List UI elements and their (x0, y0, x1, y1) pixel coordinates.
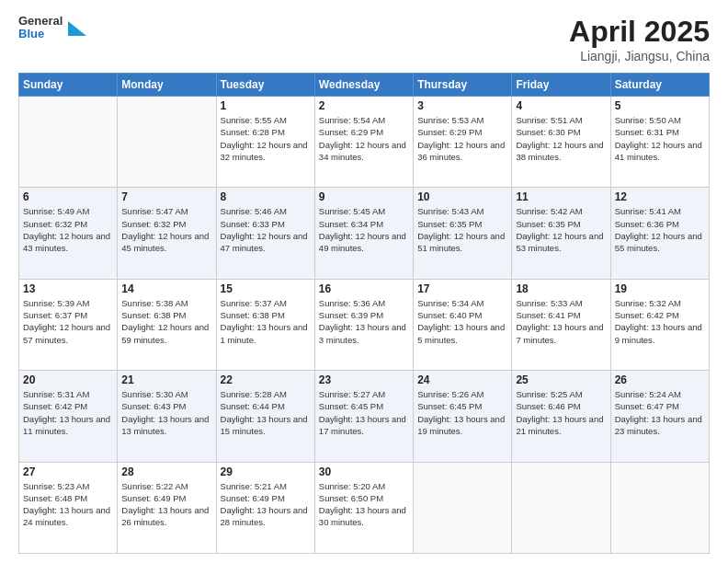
calendar-cell (414, 462, 512, 553)
day-number: 19 (615, 282, 705, 295)
calendar-cell: 23Sunrise: 5:27 AMSunset: 6:45 PMDayligh… (314, 371, 413, 462)
calendar-week-row: 13Sunrise: 5:39 AMSunset: 6:37 PMDayligh… (19, 279, 710, 370)
day-number: 5 (615, 99, 705, 112)
day-number: 29 (221, 465, 311, 478)
day-info: Sunrise: 5:26 AMSunset: 6:45 PMDaylight:… (417, 388, 507, 437)
calendar-week-row: 20Sunrise: 5:31 AMSunset: 6:42 PMDayligh… (19, 371, 710, 462)
day-info: Sunrise: 5:20 AMSunset: 6:50 PMDaylight:… (319, 480, 409, 529)
logo-text: General Blue (18, 15, 63, 41)
calendar-cell: 10Sunrise: 5:43 AMSunset: 6:35 PMDayligh… (414, 188, 512, 279)
calendar-cell: 11Sunrise: 5:42 AMSunset: 6:35 PMDayligh… (512, 188, 610, 279)
column-header-tuesday: Tuesday (216, 74, 314, 97)
calendar-cell (19, 97, 118, 188)
calendar-cell: 21Sunrise: 5:30 AMSunset: 6:43 PMDayligh… (118, 371, 216, 462)
calendar-header-row: SundayMondayTuesdayWednesdayThursdayFrid… (19, 74, 710, 97)
title-block: April 2025 Liangji, Jiangsu, China (569, 15, 710, 63)
day-number: 11 (516, 190, 606, 203)
day-number: 2 (319, 99, 409, 112)
day-number: 23 (319, 373, 409, 386)
calendar-cell: 15Sunrise: 5:37 AMSunset: 6:38 PMDayligh… (216, 279, 314, 370)
calendar-cell: 14Sunrise: 5:38 AMSunset: 6:38 PMDayligh… (118, 279, 216, 370)
day-number: 22 (221, 373, 311, 386)
day-number: 8 (221, 190, 311, 203)
day-info: Sunrise: 5:47 AMSunset: 6:32 PMDaylight:… (121, 205, 211, 254)
day-info: Sunrise: 5:46 AMSunset: 6:33 PMDaylight:… (221, 205, 311, 254)
day-info: Sunrise: 5:39 AMSunset: 6:37 PMDaylight:… (23, 297, 113, 346)
column-header-thursday: Thursday (414, 74, 512, 97)
calendar-cell: 5Sunrise: 5:50 AMSunset: 6:31 PMDaylight… (610, 97, 709, 188)
day-number: 30 (319, 465, 409, 478)
day-info: Sunrise: 5:34 AMSunset: 6:40 PMDaylight:… (417, 297, 507, 346)
day-number: 3 (417, 99, 507, 112)
day-info: Sunrise: 5:36 AMSunset: 6:39 PMDaylight:… (319, 297, 409, 346)
day-info: Sunrise: 5:28 AMSunset: 6:44 PMDaylight:… (221, 388, 311, 437)
calendar-cell: 6Sunrise: 5:49 AMSunset: 6:32 PMDaylight… (19, 188, 118, 279)
calendar-cell: 19Sunrise: 5:32 AMSunset: 6:42 PMDayligh… (610, 279, 709, 370)
calendar-cell: 3Sunrise: 5:53 AMSunset: 6:29 PMDaylight… (414, 97, 512, 188)
day-info: Sunrise: 5:37 AMSunset: 6:38 PMDaylight:… (221, 297, 311, 346)
day-number: 28 (121, 465, 211, 478)
calendar-cell: 4Sunrise: 5:51 AMSunset: 6:30 PMDaylight… (512, 97, 610, 188)
calendar-cell: 16Sunrise: 5:36 AMSunset: 6:39 PMDayligh… (314, 279, 413, 370)
logo-general: General (18, 15, 63, 28)
calendar-cell: 25Sunrise: 5:25 AMSunset: 6:46 PMDayligh… (512, 371, 610, 462)
day-info: Sunrise: 5:25 AMSunset: 6:46 PMDaylight:… (516, 388, 606, 437)
day-number: 27 (23, 465, 113, 478)
day-number: 12 (615, 190, 705, 203)
day-number: 13 (23, 282, 113, 295)
day-number: 6 (23, 190, 113, 203)
day-info: Sunrise: 5:53 AMSunset: 6:29 PMDaylight:… (417, 114, 507, 163)
calendar-cell: 27Sunrise: 5:23 AMSunset: 6:48 PMDayligh… (19, 462, 118, 553)
day-number: 4 (516, 99, 606, 112)
page: General Blue April 2025 Liangji, Jiangsu… (0, 0, 728, 563)
calendar-cell: 8Sunrise: 5:46 AMSunset: 6:33 PMDaylight… (216, 188, 314, 279)
day-info: Sunrise: 5:24 AMSunset: 6:47 PMDaylight:… (615, 388, 705, 437)
day-info: Sunrise: 5:51 AMSunset: 6:30 PMDaylight:… (516, 114, 606, 163)
day-info: Sunrise: 5:30 AMSunset: 6:43 PMDaylight:… (121, 388, 211, 437)
day-info: Sunrise: 5:55 AMSunset: 6:28 PMDaylight:… (221, 114, 311, 163)
calendar-cell (512, 462, 610, 553)
header: General Blue April 2025 Liangji, Jiangsu… (18, 15, 710, 63)
calendar-cell: 17Sunrise: 5:34 AMSunset: 6:40 PMDayligh… (414, 279, 512, 370)
calendar-cell: 18Sunrise: 5:33 AMSunset: 6:41 PMDayligh… (512, 279, 610, 370)
logo-arrow-icon (68, 21, 86, 36)
calendar-table: SundayMondayTuesdayWednesdayThursdayFrid… (18, 73, 710, 554)
day-info: Sunrise: 5:31 AMSunset: 6:42 PMDaylight:… (23, 388, 113, 437)
day-number: 7 (121, 190, 211, 203)
day-number: 10 (417, 190, 507, 203)
calendar-cell: 9Sunrise: 5:45 AMSunset: 6:34 PMDaylight… (314, 188, 413, 279)
calendar-cell (610, 462, 709, 553)
calendar-cell: 2Sunrise: 5:54 AMSunset: 6:29 PMDaylight… (314, 97, 413, 188)
calendar-cell: 7Sunrise: 5:47 AMSunset: 6:32 PMDaylight… (118, 188, 216, 279)
day-info: Sunrise: 5:43 AMSunset: 6:35 PMDaylight:… (417, 205, 507, 254)
day-info: Sunrise: 5:22 AMSunset: 6:49 PMDaylight:… (121, 480, 211, 529)
calendar-cell: 20Sunrise: 5:31 AMSunset: 6:42 PMDayligh… (19, 371, 118, 462)
day-info: Sunrise: 5:45 AMSunset: 6:34 PMDaylight:… (319, 205, 409, 254)
calendar-cell (118, 97, 216, 188)
column-header-saturday: Saturday (610, 74, 709, 97)
column-header-monday: Monday (118, 74, 216, 97)
day-number: 17 (417, 282, 507, 295)
column-header-sunday: Sunday (19, 74, 118, 97)
day-info: Sunrise: 5:42 AMSunset: 6:35 PMDaylight:… (516, 205, 606, 254)
day-number: 24 (417, 373, 507, 386)
day-number: 1 (221, 99, 311, 112)
calendar-cell: 29Sunrise: 5:21 AMSunset: 6:49 PMDayligh… (216, 462, 314, 553)
day-number: 18 (516, 282, 606, 295)
logo: General Blue (18, 15, 86, 41)
day-info: Sunrise: 5:21 AMSunset: 6:49 PMDaylight:… (221, 480, 311, 529)
day-info: Sunrise: 5:41 AMSunset: 6:36 PMDaylight:… (615, 205, 705, 254)
day-number: 25 (516, 373, 606, 386)
calendar-week-row: 6Sunrise: 5:49 AMSunset: 6:32 PMDaylight… (19, 188, 710, 279)
day-number: 26 (615, 373, 705, 386)
month-year-title: April 2025 (569, 15, 710, 49)
calendar-cell: 28Sunrise: 5:22 AMSunset: 6:49 PMDayligh… (118, 462, 216, 553)
calendar-cell: 13Sunrise: 5:39 AMSunset: 6:37 PMDayligh… (19, 279, 118, 370)
day-info: Sunrise: 5:27 AMSunset: 6:45 PMDaylight:… (319, 388, 409, 437)
column-header-friday: Friday (512, 74, 610, 97)
calendar-week-row: 1Sunrise: 5:55 AMSunset: 6:28 PMDaylight… (19, 97, 710, 188)
day-number: 20 (23, 373, 113, 386)
day-info: Sunrise: 5:50 AMSunset: 6:31 PMDaylight:… (615, 114, 705, 163)
calendar-cell: 26Sunrise: 5:24 AMSunset: 6:47 PMDayligh… (610, 371, 709, 462)
day-number: 16 (319, 282, 409, 295)
